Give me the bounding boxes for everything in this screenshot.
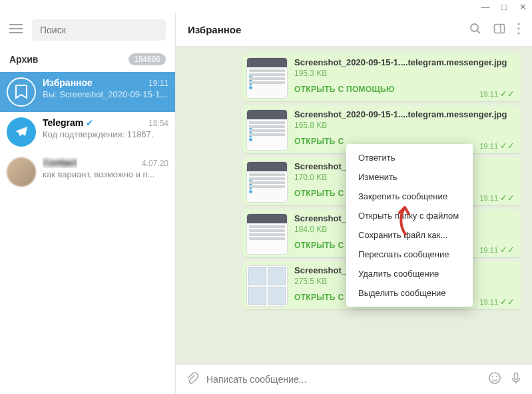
- ctx-pin[interactable]: Закрепить сообщение: [346, 187, 473, 206]
- search-input[interactable]: [32, 19, 166, 41]
- chat-preview: Вы: Screenshot_2020-09-15-1...: [43, 89, 168, 99]
- file-size: 165.8 KB: [294, 121, 516, 130]
- file-thumbnail: [246, 109, 288, 151]
- sidebar-toggle-icon[interactable]: [493, 23, 505, 37]
- sidebar: Архив 184686 Избранное 19:11 Вы: Screens…: [0, 13, 176, 394]
- file-name: Screenshot_2020-09-15-1....telegram.mess…: [294, 57, 516, 67]
- svg-rect-8: [515, 373, 518, 380]
- chat-name: Избранное: [43, 77, 93, 88]
- chat-time: 19:11: [148, 79, 168, 88]
- svg-point-4: [517, 32, 519, 34]
- ctx-open-folder[interactable]: Открыть папку с файлом: [346, 206, 473, 225]
- message-time: 19:11: [479, 194, 498, 202]
- svg-point-7: [496, 376, 497, 377]
- more-icon[interactable]: [517, 23, 520, 37]
- close-button[interactable]: ✕: [513, 0, 532, 13]
- message-time: 19:11: [479, 142, 498, 150]
- minimize-button[interactable]: —: [476, 0, 495, 13]
- read-checks-icon: ✓✓: [500, 193, 515, 203]
- ctx-delete[interactable]: Удалить сообщение: [346, 264, 473, 283]
- voice-icon[interactable]: [509, 371, 523, 387]
- message-time: 19:11: [479, 90, 498, 98]
- chat-list: Избранное 19:11 Вы: Screenshot_2020-09-1…: [0, 72, 175, 394]
- chat-preview: как вариант, возможно и п...: [43, 169, 168, 179]
- read-checks-icon: ✓✓: [500, 89, 515, 99]
- messages-area: Screenshot_2020-09-15-1....telegram.mess…: [176, 47, 532, 364]
- telegram-icon: [7, 117, 36, 147]
- chat-time: 4.07.20: [142, 159, 168, 168]
- svg-point-0: [471, 24, 478, 31]
- attach-icon[interactable]: [185, 371, 198, 387]
- ctx-reply[interactable]: Ответить: [346, 148, 473, 167]
- message-bubble[interactable]: Screenshot_2020-09-15-1....telegram.mess…: [242, 53, 521, 101]
- file-thumbnail: [246, 57, 288, 99]
- chat-item-saved[interactable]: Избранное 19:11 Вы: Screenshot_2020-09-1…: [0, 72, 175, 112]
- chat-item-contact[interactable]: Contact 4.07.20 как вариант, возможно и …: [0, 152, 175, 192]
- file-thumbnail: [246, 213, 288, 255]
- chat-preview: Код подтверждения: 11867.: [43, 129, 168, 139]
- chat-time: 18:54: [148, 119, 168, 128]
- file-name: Screenshot_2020-09-15-1....telegram.mess…: [294, 109, 516, 119]
- message-input[interactable]: [206, 374, 480, 385]
- chat-name: Contact: [43, 157, 77, 168]
- svg-point-2: [517, 23, 519, 25]
- menu-icon[interactable]: [9, 24, 23, 36]
- main-header: Избранное: [176, 13, 532, 47]
- archive-row[interactable]: Архив 184686: [0, 47, 175, 72]
- file-size: 195.3 KB: [294, 69, 516, 78]
- search-icon[interactable]: [469, 23, 481, 37]
- read-checks-icon: ✓✓: [500, 245, 515, 255]
- read-checks-icon: ✓✓: [500, 297, 515, 307]
- archive-count-badge: 184686: [129, 53, 166, 65]
- verified-icon: ✔: [86, 118, 93, 128]
- message-time: 19:11: [479, 298, 498, 306]
- svg-rect-1: [495, 24, 505, 33]
- ctx-save-as[interactable]: Сохранить файл как...: [346, 225, 473, 245]
- file-thumbnail: [246, 265, 288, 307]
- svg-point-5: [489, 373, 500, 383]
- chat-item-telegram[interactable]: Telegram ✔ 18:54 Код подтверждения: 1186…: [0, 112, 175, 152]
- svg-point-6: [492, 376, 493, 377]
- avatar: [7, 157, 36, 187]
- ctx-edit[interactable]: Изменить: [346, 167, 473, 187]
- chat-name: Telegram ✔: [43, 117, 93, 128]
- read-checks-icon: ✓✓: [500, 141, 515, 151]
- ctx-select[interactable]: Выделить сообщение: [346, 283, 473, 303]
- svg-point-3: [517, 27, 519, 29]
- context-menu: Ответить Изменить Закрепить сообщение От…: [346, 144, 473, 307]
- main-panel: Избранное Screenshot_2020-09-15-1....tel…: [176, 13, 532, 394]
- ctx-forward[interactable]: Переслать сообщение: [346, 245, 473, 264]
- file-thumbnail: [246, 161, 288, 203]
- emoji-icon[interactable]: [488, 371, 501, 387]
- saved-messages-icon: [7, 77, 36, 107]
- page-title: Избранное: [188, 24, 241, 35]
- archive-label: Архив: [9, 54, 38, 65]
- composer: [176, 364, 532, 394]
- maximize-button[interactable]: □: [495, 0, 513, 13]
- message-time: 19:11: [479, 246, 498, 254]
